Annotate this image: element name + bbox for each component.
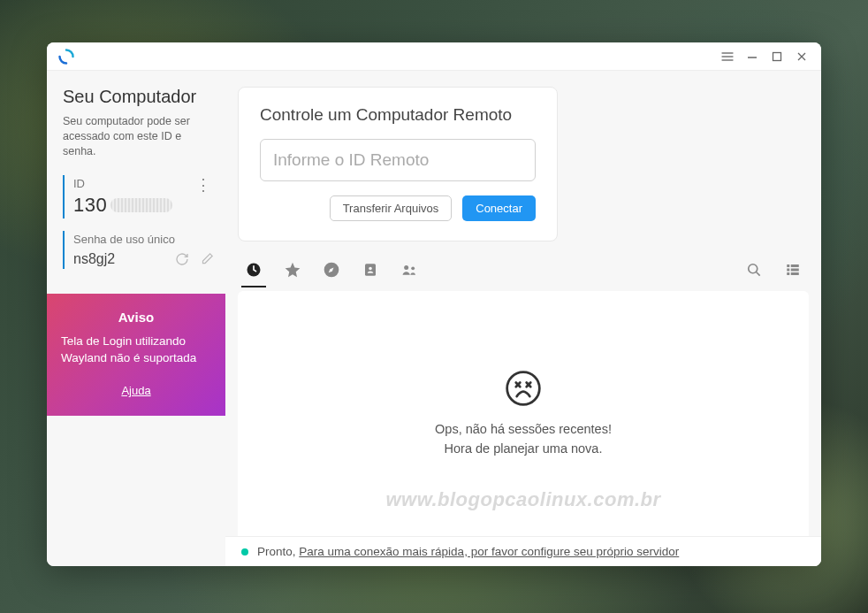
svg-point-14	[507, 372, 540, 404]
tab-recent[interactable]	[243, 259, 264, 280]
remote-id-input[interactable]	[260, 139, 536, 181]
id-value-obscured	[110, 198, 172, 212]
close-button[interactable]	[789, 44, 814, 69]
svg-rect-9	[791, 264, 799, 267]
app-window: Seu Computador Seu computador pode ser a…	[47, 42, 821, 566]
main-panel: Controle um Computador Remoto Transferir…	[225, 71, 821, 566]
id-value-visible: 130	[73, 194, 107, 217]
svg-point-4	[369, 267, 372, 271]
refresh-password-icon[interactable]	[174, 251, 190, 267]
svg-point-5	[404, 265, 408, 270]
sidebar: Seu Computador Seu computador pode ser a…	[47, 71, 225, 566]
empty-face-icon	[504, 369, 543, 408]
list-view-icon[interactable]	[782, 259, 803, 280]
hamburger-menu-button[interactable]	[715, 44, 740, 69]
status-config-link[interactable]: Para uma conexão mais rápida, por favor …	[299, 545, 679, 558]
svg-point-7	[749, 264, 758, 273]
status-dot-icon	[241, 548, 248, 556]
transfer-files-button[interactable]: Transferir Arquivos	[330, 195, 453, 221]
tab-favorites[interactable]	[282, 259, 303, 280]
app-logo-icon	[57, 48, 75, 65]
tab-addressbook[interactable]	[360, 259, 381, 280]
notice-help-link[interactable]: Ajuda	[121, 384, 150, 397]
password-value: ns8gj2	[73, 251, 165, 267]
tab-lan[interactable]	[399, 259, 420, 280]
sessions-area: Ops, não há sessões recentes! Hora de pl…	[238, 291, 809, 536]
svg-rect-8	[787, 264, 789, 267]
connect-title: Controle um Computador Remoto	[260, 105, 536, 125]
svg-rect-12	[787, 272, 789, 275]
watermark-text: www.blogopcaolinux.com.br	[238, 488, 809, 511]
notice-title: Aviso	[61, 310, 211, 325]
search-icon[interactable]	[743, 259, 765, 280]
password-block: Senha de uso único ns8gj2	[63, 231, 215, 269]
id-block: ⋮ ID 130	[63, 175, 215, 218]
svg-rect-0	[773, 52, 781, 60]
svg-rect-10	[787, 269, 789, 272]
svg-rect-11	[791, 269, 799, 272]
statusbar: Pronto, Para uma conexão mais rápida, po…	[225, 536, 821, 566]
sidebar-title: Seu Computador	[63, 87, 209, 107]
empty-line-1: Ops, não há sessões recentes!	[435, 420, 612, 440]
titlebar	[47, 42, 821, 71]
maximize-button[interactable]	[765, 44, 789, 69]
sessions-tab-row	[225, 254, 821, 280]
sidebar-description: Seu computador pode ser acessado com est…	[63, 114, 209, 159]
status-ready-label: Pronto,	[257, 545, 299, 558]
connect-button[interactable]: Conectar	[462, 195, 536, 221]
empty-line-2: Hora de planejar uma nova.	[445, 440, 603, 459]
edit-password-icon[interactable]	[199, 251, 215, 267]
minimize-button[interactable]	[740, 44, 765, 69]
svg-point-6	[411, 266, 415, 270]
notice-body: Tela de Login utilizando Wayland não é s…	[61, 333, 211, 367]
id-menu-button[interactable]: ⋮	[192, 175, 215, 195]
tab-discover[interactable]	[321, 259, 342, 280]
password-label: Senha de uso único	[73, 233, 215, 246]
id-value: 130	[73, 194, 215, 217]
warning-notice: Aviso Tela de Login utilizando Wayland n…	[47, 294, 225, 417]
svg-rect-13	[791, 272, 799, 275]
connect-card: Controle um Computador Remoto Transferir…	[238, 87, 558, 241]
